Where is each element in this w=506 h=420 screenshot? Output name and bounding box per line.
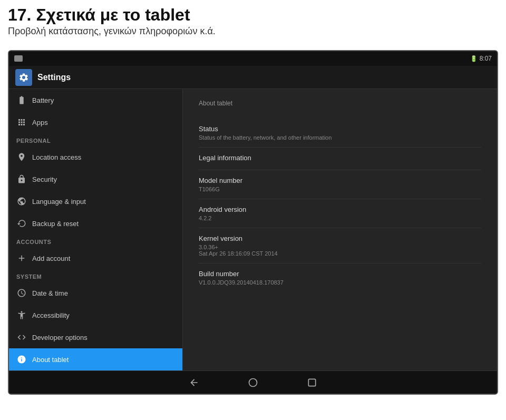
sidebar-item-backup[interactable]: Backup & reset [9,212,182,235]
sidebar-item-location[interactable]: Location access [9,146,182,168]
sidebar-item-about[interactable]: About tablet [9,348,182,370]
home-button[interactable] [245,374,261,391]
info-value-android: 4.2.2 [199,215,481,221]
info-value-status: Status of the battery, network, and othe… [199,134,481,141]
battery-icon [16,95,27,105]
info-title-android: Android version [199,206,481,213]
sidebar-label-about: About tablet [32,356,69,364]
info-value-model: T1066G [199,186,481,192]
battery-status-icon: 🔋 [470,55,478,62]
info-item-legal[interactable]: Legal information [199,148,481,170]
sidebar-item-accessibility[interactable]: Accessibility [9,304,182,326]
sidebar-label-security: Security [32,175,57,183]
sidebar-item-battery[interactable]: Battery [9,89,182,111]
settings-app-icon [15,69,32,86]
status-bar: 🔋 8:07 [9,51,497,66]
info-title-kernel: Kernel version [199,235,481,242]
add-icon [16,253,27,263]
info-item-build: Build number V1.0.0.JDQ39.20140418.17083… [199,263,481,292]
device-frame: 🔋 8:07 Settings Battery [8,50,498,395]
datetime-icon [16,288,27,298]
info-value-build: V1.0.0.JDQ39.20140418.170837 [199,279,481,286]
main-content: Battery Apps PERSONAL Location access [9,89,497,370]
sidebar-item-developer[interactable]: Developer options [9,326,182,348]
section-label-accounts: ACCOUNTS [9,235,182,247]
page-title: 17. Σχετικά με το tablet [8,5,498,25]
back-button[interactable] [186,374,202,391]
sidebar-label-datetime: Date & time [32,289,68,297]
info-item-status[interactable]: Status Status of the battery, network, a… [199,119,481,148]
info-item-android: Android version 4.2.2 [199,199,481,228]
sidebar-label-accessibility: Accessibility [32,311,70,319]
sidebar-item-security[interactable]: Security [9,168,182,190]
page-header: 17. Σχετικά με το tablet Προβολή κατάστα… [0,0,506,45]
svg-point-0 [249,378,257,386]
status-bar-screenshot-icon [14,55,23,62]
info-item-kernel: Kernel version 3.0.36+ Sat Apr 26 18:16:… [199,228,481,263]
right-panel: About tablet Status Status of the batter… [183,89,497,370]
accessibility-icon [16,310,27,320]
sidebar-label-backup: Backup & reset [32,220,79,228]
security-icon [16,174,27,184]
settings-title: Settings [37,73,71,82]
sidebar-label-addaccount: Add account [32,255,70,262]
location-icon [16,152,27,162]
language-icon [16,196,27,207]
sidebar-item-apps[interactable]: Apps [9,111,182,133]
sidebar-item-datetime[interactable]: Date & time [9,282,182,304]
svg-rect-1 [308,379,315,386]
gear-icon [18,72,29,83]
sidebar: Battery Apps PERSONAL Location access [9,89,183,370]
page-subtitle: Προβολή κατάστασης, γενικών πληροφοριών … [8,26,498,37]
nav-bar [9,370,497,394]
info-title-build: Build number [199,270,481,278]
status-bar-right: 🔋 8:07 [470,55,492,62]
info-item-model: Model number T1066G [199,170,481,199]
about-icon [16,354,27,365]
recents-button[interactable] [304,374,320,391]
sidebar-label-apps: Apps [32,119,48,126]
section-label-system: SYSTEM [9,269,182,282]
sidebar-label-developer: Developer options [32,334,87,341]
sidebar-item-addaccount[interactable]: Add account [9,247,182,269]
backup-icon [16,218,27,229]
apps-icon [16,117,27,128]
info-value-kernel: 3.0.36+ Sat Apr 26 18:16:09 CST 2014 [199,244,481,257]
settings-titlebar: Settings [9,66,497,89]
developer-icon [16,332,27,343]
sidebar-label-battery: Battery [32,96,54,104]
sidebar-label-language: Language & input [32,198,86,206]
status-bar-left [14,55,23,62]
info-title-model: Model number [199,177,481,184]
sidebar-label-location: Location access [32,153,81,161]
status-bar-time: 8:07 [480,55,492,62]
section-label-personal: PERSONAL [9,133,182,146]
info-title-legal: Legal information [199,154,481,162]
sidebar-item-language[interactable]: Language & input [9,190,182,212]
panel-section-title: About tablet [199,100,481,109]
info-title-status: Status [199,125,481,133]
